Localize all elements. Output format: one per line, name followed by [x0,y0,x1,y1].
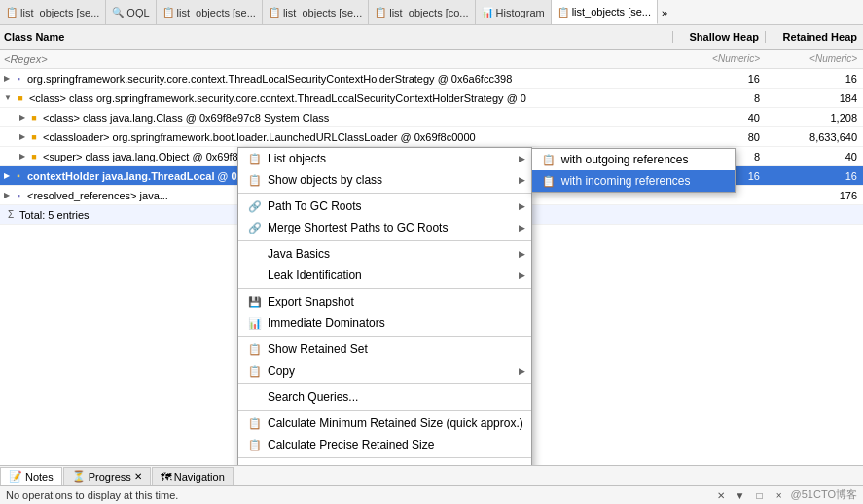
expand-icon-7[interactable]: ▶ [4,191,10,199]
submenu-incoming[interactable]: 📋 with incoming references [532,170,735,192]
tab-oql[interactable]: 🔍 OQL [106,0,156,24]
tab-list-objects-co[interactable]: 📋 list_objects [co... [369,0,475,24]
col-class-name-header: Class Name [0,31,673,43]
show-objects-icon: 📋 [246,172,264,188]
menu-label-copy: Copy [268,364,295,378]
expand-icon-4[interactable]: ▶ [19,132,25,141]
field-icon-7: ▪ [12,189,25,202]
filter-shallow[interactable]: <Numeric> [673,54,766,64]
cell-class-3: ▶ ■ <class> class java.lang.Class @ 0x69… [0,111,673,125]
cell-shallow-3: 40 [673,112,766,124]
merge-icon: 🔗 [246,220,264,235]
cell-retained-4: 8,633,640 [766,131,863,143]
table-row[interactable]: ▼ ■ <class> class org.springframework.se… [0,89,863,108]
cell-class-1: ▶ ▪ org.springframework.security.core.co… [0,72,673,86]
columns-icon [246,463,264,465]
leak-icon [246,268,264,283]
context-menu: 📋 List objects 📋 with outgoing reference… [237,147,532,465]
menu-item-export-snapshot[interactable]: 💾 Export Snapshot [238,291,531,312]
tab-list-objects-1[interactable]: 📋 list_objects [se... [0,0,106,24]
table-header: Class Name Shallow Heap Retained Heap [0,25,863,50]
menu-label-list-objects: List objects [268,152,326,165]
histogram-icon: 📊 [482,7,493,18]
cell-retained-3: 1,208 [766,112,863,124]
table-row[interactable]: ▶ ■ <classloader> org.springframework.bo… [0,127,863,147]
expand-icon-3[interactable]: ▶ [19,113,25,122]
list-icon-4: 📋 [269,7,280,18]
menu-label-retained-set: Show Retained Set [268,342,368,356]
menu-item-path-gc-roots[interactable]: 🔗 Path To GC Roots [238,196,531,217]
path-gc-icon: 🔗 [246,198,264,214]
menu-label-merge: Merge Shortest Paths to GC Roots [268,221,448,234]
dominators-icon: 📊 [246,315,264,331]
menu-separator-2 [238,240,531,241]
menu-item-copy[interactable]: 📋 Copy [238,360,531,381]
navigation-tab-label: Navigation [174,471,225,483]
tab-list-objects-3[interactable]: 📋 list_objects [se... [157,0,263,24]
cell-retained-6: 16 [766,170,863,182]
field-icon-1: ▪ [12,72,25,86]
filter-row: <Numeric> <Numeric> [0,50,863,69]
cell-shallow-2: 8 [673,92,766,104]
expand-icon-6[interactable]: ▶ [4,171,10,180]
filter-retained[interactable]: <Numeric> [766,54,863,64]
class-filter-input[interactable] [4,54,669,65]
cell-class-4: ▶ ■ <classloader> org.springframework.bo… [0,130,673,144]
list-objects-icon: 📋 [246,151,264,166]
expand-icon-2[interactable]: ▼ [4,93,12,102]
menu-item-leak-identification[interactable]: Leak Identification [238,265,531,286]
menu-item-java-basics[interactable]: Java Basics [238,243,531,265]
table-row[interactable]: ▶ ■ <class> class java.lang.Class @ 0x69… [0,108,863,127]
menu-label-leak: Leak Identification [268,269,362,282]
filter-class-input[interactable] [0,54,673,65]
class-text-1: org.springframework.security.core.contex… [27,73,512,85]
tab-label-3: list_objects [se... [177,7,256,18]
menu-label-export: Export Snapshot [268,295,354,308]
menu-item-search-queries[interactable]: Search Queries... [238,386,531,408]
class-text-3: <class> class java.lang.Class @ 0x69f8e9… [43,112,329,124]
menu-label-columns: Columns... [268,464,323,465]
menu-label-path-gc: Path To GC Roots [268,199,362,213]
action-maximize-icon[interactable]: □ [752,487,768,503]
export-icon: 💾 [246,294,264,309]
notes-tab-label: Notes [25,471,54,483]
list-icon-active: 📋 [557,7,569,18]
col-shallow-header: Shallow Heap [673,31,766,43]
java-basics-icon [246,246,264,262]
menu-label-calc-min: Calculate Minimum Retained Size (quick a… [268,416,523,430]
expand-icon-1[interactable]: ▶ [4,74,10,83]
sum-icon: Σ [4,208,18,222]
action-down-icon[interactable]: ▼ [733,487,748,503]
tab-histogram[interactable]: 📊 Histogram [476,0,552,24]
menu-item-show-retained-set[interactable]: 📋 Show Retained Set [238,339,531,360]
menu-item-calc-min[interactable]: 📋 Calculate Minimum Retained Size (quick… [238,413,531,434]
tab-navigation[interactable]: 🗺 Navigation [152,467,234,485]
expand-icon-5[interactable]: ▶ [19,152,25,161]
menu-item-immediate-dominators[interactable]: 📊 Immediate Dominators [238,312,531,334]
list-icon-3: 📋 [162,7,174,18]
class-text-2: <class> class org.springframework.securi… [29,92,526,104]
table-row[interactable]: ▶ ▪ org.springframework.security.core.co… [0,69,863,89]
menu-item-columns[interactable]: Columns... [238,460,531,465]
class-text-4: <classloader> org.springframework.boot.l… [43,131,476,143]
tab-overflow-button[interactable]: » [658,7,671,18]
progress-close-icon[interactable]: ✕ [134,471,142,482]
tab-list-objects-active[interactable]: 📋 list_objects [se... [552,0,658,24]
action-close-icon[interactable]: × [772,487,787,503]
tab-progress[interactable]: ⏳ Progress ✕ [63,467,151,485]
menu-item-calc-precise[interactable]: 📋 Calculate Precise Retained Size [238,434,531,455]
tab-notes[interactable]: 📝 Notes [0,467,62,485]
menu-separator-3 [238,288,531,289]
submenu-outgoing[interactable]: 📋 with outgoing references [532,149,735,170]
incoming-icon: 📋 [540,173,557,189]
menu-item-show-objects-by-class[interactable]: 📋 Show objects by class [238,169,531,191]
tab-label-1: list_objects [se... [20,7,99,18]
action-stop-icon[interactable]: ✕ [713,487,729,503]
cell-retained-2: 184 [766,92,863,104]
field-icon-6: ▪ [12,169,25,183]
bottom-actions: ✕ ▼ □ × @51CTO博客 [713,487,857,503]
status-text: No operations to display at this time. [6,489,178,501]
menu-item-merge-shortest[interactable]: 🔗 Merge Shortest Paths to GC Roots [238,217,531,238]
tab-list-objects-4[interactable]: 📋 list_objects [se... [263,0,369,24]
menu-item-list-objects[interactable]: 📋 List objects 📋 with outgoing reference… [238,148,531,169]
